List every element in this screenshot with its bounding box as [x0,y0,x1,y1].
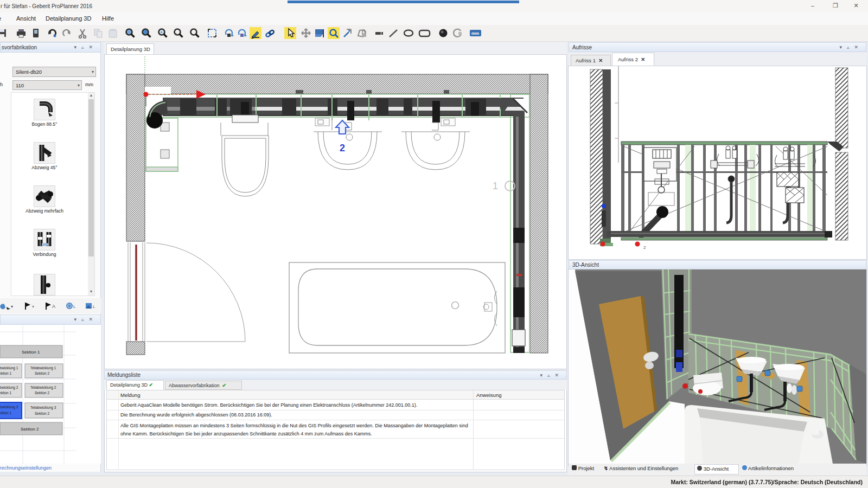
svg-text:Teilabwicklung 3: Teilabwicklung 3 [30,406,56,410]
svg-text:2: 2 [643,245,646,250]
svg-text:▾: ▾ [11,304,13,309]
svg-text:mm: mm [471,31,479,36]
svg-text:1: 1 [493,181,498,191]
svg-text:Sektion 2: Sektion 2 [21,427,39,432]
svg-text:Teilabwicklung 2: Teilabwicklung 2 [0,386,18,390]
svg-text:Sektion 1: Sektion 1 [0,371,11,375]
svg-text:+: + [161,30,163,34]
svg-text:Sektion 2: Sektion 2 [35,412,49,415]
svg-text:L: L [73,304,76,309]
svg-text:-: - [176,30,177,35]
svg-text:Teilabwicklung 2: Teilabwicklung 2 [30,386,56,390]
svg-text:Sektion 2: Sektion 2 [35,371,49,375]
svg-text:L: L [93,304,95,309]
svg-text:2: 2 [340,143,345,153]
svg-text:Teilabwicklung 1: Teilabwicklung 1 [30,366,56,370]
svg-text:▾: ▾ [32,304,34,309]
svg-text:Sektion 2: Sektion 2 [35,391,49,395]
svg-text:A: A [52,304,55,309]
svg-text:Teilabwicklung 3: Teilabwicklung 3 [0,405,18,409]
svg-text:Teilabwicklung 1: Teilabwicklung 1 [0,366,18,370]
svg-text:Sektion 1: Sektion 1 [0,391,11,395]
svg-text:Sektion 1: Sektion 1 [0,411,11,415]
svg-text:Sektion 1: Sektion 1 [22,350,40,355]
